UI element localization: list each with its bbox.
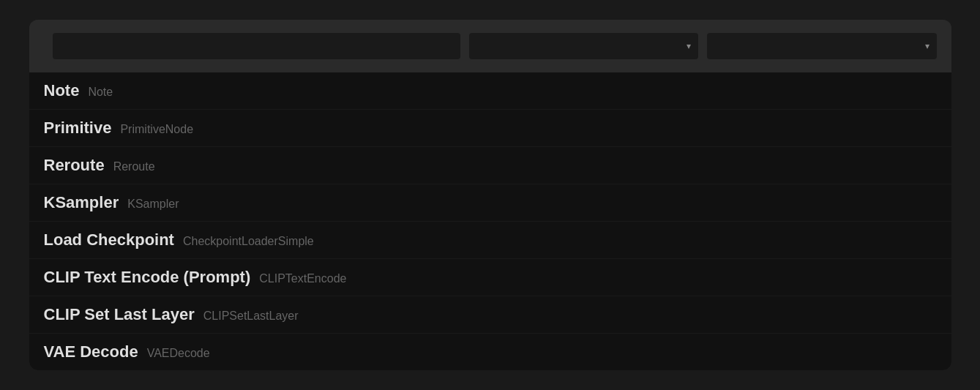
- list-item[interactable]: PrimitivePrimitiveNode: [29, 110, 951, 147]
- dropdown2-wrapper: ▾: [707, 33, 936, 59]
- item-secondary-label: Reroute: [113, 160, 155, 173]
- item-primary-label: CLIP Set Last Layer: [44, 305, 195, 324]
- item-primary-label: Primitive: [44, 119, 112, 138]
- item-secondary-label: CLIPSetLastLayer: [203, 310, 299, 323]
- results-list[interactable]: NoteNotePrimitivePrimitiveNodeRerouteRer…: [29, 72, 951, 370]
- list-item[interactable]: CLIP Set Last LayerCLIPSetLastLayer: [29, 296, 951, 334]
- list-item[interactable]: RerouteReroute: [29, 147, 951, 184]
- list-item[interactable]: NoteNote: [29, 72, 951, 110]
- item-secondary-label: VAEDecode: [147, 347, 210, 360]
- item-secondary-label: PrimitiveNode: [120, 123, 193, 136]
- item-primary-label: Note: [44, 81, 80, 100]
- dropdown1-select[interactable]: [469, 33, 698, 59]
- item-primary-label: CLIP Text Encode (Prompt): [44, 268, 251, 287]
- list-item[interactable]: KSamplerKSampler: [29, 184, 951, 222]
- item-secondary-label: Note: [88, 86, 113, 99]
- dropdown2-select[interactable]: [707, 33, 936, 59]
- item-secondary-label: KSampler: [127, 198, 179, 211]
- item-primary-label: VAE Decode: [44, 342, 138, 361]
- list-item[interactable]: Load CheckpointCheckpointLoaderSimple: [29, 222, 951, 259]
- list-item[interactable]: CLIP Text Encode (Prompt)CLIPTextEncode: [29, 259, 951, 296]
- search-input[interactable]: [53, 33, 460, 59]
- search-header: ▾ ▾: [29, 20, 951, 72]
- item-primary-label: KSampler: [44, 193, 119, 212]
- item-primary-label: Reroute: [44, 156, 105, 175]
- list-item[interactable]: VAE DecodeVAEDecode: [29, 334, 951, 370]
- dropdown1-wrapper: ▾: [469, 33, 698, 59]
- item-secondary-label: CLIPTextEncode: [259, 272, 346, 285]
- item-secondary-label: CheckpointLoaderSimple: [183, 235, 314, 248]
- search-panel: ▾ ▾ NoteNotePrimitivePrimitiveNodeRerout…: [29, 20, 951, 370]
- item-primary-label: Load Checkpoint: [44, 230, 174, 250]
